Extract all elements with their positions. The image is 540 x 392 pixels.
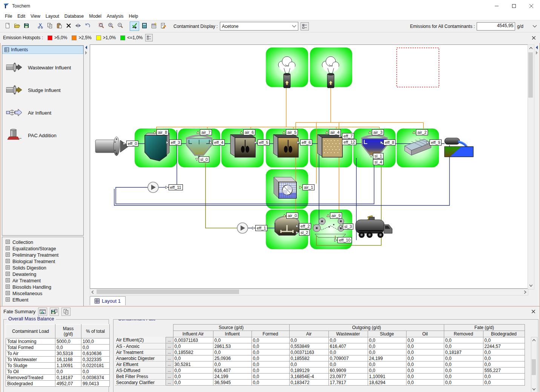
sludge-pump[interactable] <box>237 223 248 233</box>
canvas-vertical-scrollbar[interactable] <box>528 44 534 289</box>
category-miscellaneous[interactable]: Miscellaneous <box>2 290 83 297</box>
stream-air_9[interactable]: air_9 <box>326 213 342 219</box>
mass-balance-row-total-formed[interactable]: Total Formed0,00,0 <box>6 345 110 351</box>
scrollbar-thumb[interactable] <box>528 52 533 98</box>
stream-eff_8[interactable]: eff_8 <box>380 139 396 145</box>
contaminant-display-select[interactable]: Acetone <box>220 22 298 31</box>
menu-item-analysis[interactable]: Analysis <box>104 13 126 20</box>
category-air-treatment[interactable]: Air Treatment <box>2 277 83 284</box>
category-solids-digestion[interactable]: Solids Digestion <box>2 265 83 271</box>
menu-item-layout[interactable]: Layout <box>43 13 62 20</box>
stream-air_8[interactable]: air_8 <box>153 129 169 135</box>
effluent-outfall[interactable] <box>445 138 473 157</box>
fate-chart-button[interactable] <box>38 308 47 316</box>
stream-eff_12[interactable]: eff_12 <box>338 139 356 145</box>
zoom-selection-button[interactable] <box>97 22 106 31</box>
scroll-up-icon[interactable] <box>532 338 535 342</box>
stream-eff_7[interactable]: eff_7 <box>338 133 354 139</box>
category-biological-treatment[interactable]: Biological Treatment <box>2 258 83 265</box>
column-header[interactable]: Mass(g/d) <box>55 325 81 338</box>
column-header[interactable]: Contaminant Load <box>6 325 55 338</box>
emissions-dropdown-icon[interactable] <box>532 25 537 28</box>
column-header-oil[interactable]: Oil <box>406 331 444 337</box>
hotspots-options-button[interactable] <box>145 34 153 41</box>
mass-balance-row-total-incoming[interactable]: Total Incoming5000,0100,0 <box>6 338 110 345</box>
menu-item-file[interactable]: File <box>2 13 15 20</box>
scroll-up-icon[interactable] <box>529 46 532 50</box>
tab-layout-1[interactable]: Layout 1 <box>90 296 126 305</box>
canvas-horizontal-scrollbar[interactable] <box>90 289 528 296</box>
new-document-button[interactable] <box>3 22 12 31</box>
column-header-biodegraded[interactable]: Biodegraded <box>483 331 525 337</box>
anoxic-tank[interactable] <box>273 135 298 157</box>
menu-item-model[interactable]: Model <box>86 13 104 20</box>
save-button[interactable] <box>22 22 31 31</box>
paste-button[interactable] <box>55 22 63 31</box>
stream-sl_3[interactable]: sl_3 <box>339 224 353 230</box>
column-header-air[interactable]: Air <box>289 331 328 337</box>
copy-button[interactable] <box>45 22 54 31</box>
mirror-button[interactable] <box>74 22 82 31</box>
sludge-truck[interactable] <box>356 216 392 238</box>
mass-balance-row-biodegraded[interactable]: Biodegraded4952,0799,0413 <box>6 381 110 387</box>
biofilter[interactable] <box>274 177 296 198</box>
fate-close-button[interactable] <box>530 308 537 315</box>
undo-button[interactable] <box>83 22 92 31</box>
stream-air_2[interactable]: air_2 <box>412 129 428 135</box>
stream-air_5[interactable]: air_5 <box>282 129 298 135</box>
stream-air_0[interactable]: air_0 <box>282 213 298 219</box>
category-collection[interactable]: Collection <box>2 239 83 245</box>
mass-balance-row-removed-treated[interactable]: Removed/Treated0,181870,0036374 <box>6 375 110 381</box>
row-detail-button[interactable]: ... <box>166 349 173 355</box>
column-header-influent-air[interactable]: Influent Air <box>173 331 213 337</box>
category-preliminary-treatment[interactable]: Preliminary Treatment <box>2 252 83 258</box>
stream-eff_6[interactable]: eff_6 <box>296 139 312 145</box>
mass-balance-row-to-oil[interactable]: To Oil0,00,0 <box>6 369 110 375</box>
fate-copy-button[interactable] <box>61 308 71 316</box>
column-header-sludge[interactable]: Sludge <box>368 331 406 337</box>
palette-item-sludge-influent[interactable]: Sludge Influent <box>2 81 83 99</box>
selection-rectangle[interactable] <box>397 48 439 87</box>
stream-eff_0[interactable]: eff_0 <box>123 141 138 147</box>
palette-item-pac-addition[interactable]: PAC Addition <box>2 126 83 144</box>
row-detail-button[interactable]: ... <box>166 355 173 361</box>
stream-air_7[interactable]: air_7 <box>196 129 212 135</box>
palette-item-air-influent[interactable]: Air Influent <box>2 104 83 122</box>
stream-eff_9[interactable]: eff_9 <box>426 139 442 145</box>
influents-panel-header[interactable]: Influents <box>2 46 83 54</box>
category-effluent[interactable]: Effluent <box>2 297 83 303</box>
palette-item-wastewater-influent[interactable]: Wastewater Influent <box>2 58 83 77</box>
recycle-pump[interactable] <box>148 182 158 193</box>
column-header[interactable]: % of total <box>81 325 110 338</box>
scroll-down-icon[interactable] <box>532 387 535 391</box>
maximize-button[interactable] <box>505 0 523 12</box>
stream-sl_0[interactable]: sl_0 <box>195 156 209 162</box>
menu-item-database[interactable]: Database <box>62 13 86 20</box>
fate-table-scrollbar[interactable] <box>531 337 537 392</box>
category-equalization-storage[interactable]: Equalization/Storage <box>2 245 83 252</box>
stream-eff_3[interactable]: eff_3 <box>166 139 181 145</box>
menu-item-help[interactable]: Help <box>126 13 141 20</box>
primary-tank[interactable] <box>145 133 169 161</box>
row-detail-button[interactable]: ... <box>166 374 173 380</box>
mass-balance-row-to-sludge[interactable]: To Sludge1,100910,0220181 <box>6 363 110 369</box>
scroll-left-icon[interactable] <box>92 291 94 294</box>
stream-sl_4[interactable]: sl_4 <box>369 159 384 165</box>
right-splitter[interactable] <box>535 45 539 56</box>
row-detail-button[interactable]: ... <box>166 368 173 374</box>
hotspots-close-button[interactable] <box>530 34 537 41</box>
delete-button[interactable] <box>64 22 73 31</box>
fate-save-button[interactable] <box>50 308 59 316</box>
cut-button[interactable] <box>36 22 44 31</box>
run-model-button[interactable] <box>130 21 139 31</box>
stream-air_1[interactable]: air_1 <box>299 184 314 190</box>
stream-air_3[interactable]: air_3 <box>368 129 384 135</box>
mass-balance-row-to-air[interactable]: To Air30,53180,610636 <box>6 351 110 357</box>
row-detail-button[interactable]: ... <box>166 380 173 386</box>
stream-air_6[interactable]: air_6 <box>239 129 255 135</box>
minimize-button[interactable] <box>488 0 505 12</box>
stream-sl_1[interactable]: sl_1 <box>369 153 384 159</box>
column-header-formed[interactable]: Formed <box>252 331 289 337</box>
scroll-right-icon[interactable] <box>524 291 526 294</box>
stream-eff_10[interactable]: eff_10 <box>334 237 352 243</box>
